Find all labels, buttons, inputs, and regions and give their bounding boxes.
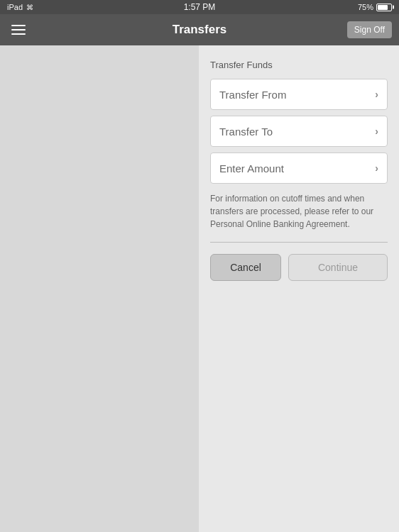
cancel-button[interactable]: Cancel [210, 254, 281, 281]
transfer-from-row[interactable]: Transfer From › [210, 79, 388, 110]
status-left: iPad ⌘ [7, 3, 33, 11]
chevron-right-icon: › [375, 89, 378, 100]
right-panel: Transfer Funds Transfer From › Transfer … [199, 45, 399, 532]
buttons-row: Cancel Continue [210, 254, 388, 281]
wifi-icon: ⌘ [26, 4, 33, 11]
main-content: Transfer Funds Transfer From › Transfer … [0, 45, 399, 532]
status-right: 75% [358, 3, 392, 11]
enter-amount-row[interactable]: Enter Amount › [210, 153, 388, 184]
sidebar-area [0, 45, 199, 532]
sign-off-button[interactable]: Sign Off [347, 21, 392, 38]
info-text: For information on cutoff times and when… [210, 192, 388, 231]
hamburger-icon [11, 29, 26, 31]
battery-percent: 75% [358, 3, 373, 11]
section-title: Transfer Funds [210, 60, 388, 70]
device-label: iPad [7, 3, 23, 11]
status-bar: iPad ⌘ 1:57 PM 75% [0, 0, 399, 14]
hamburger-icon [11, 25, 26, 26]
battery-icon [376, 4, 392, 11]
chevron-right-icon: › [375, 162, 378, 174]
transfer-from-label: Transfer From [219, 89, 286, 101]
nav-bar: Transfers Sign Off [0, 14, 399, 45]
transfer-to-label: Transfer To [219, 126, 273, 138]
continue-button[interactable]: Continue [288, 254, 388, 281]
status-time: 1:57 PM [184, 2, 216, 12]
divider [210, 242, 388, 243]
transfer-to-row[interactable]: Transfer To › [210, 116, 388, 147]
menu-button[interactable] [9, 22, 28, 38]
hamburger-icon [11, 33, 26, 35]
enter-amount-label: Enter Amount [219, 162, 284, 174]
page-title: Transfers [173, 23, 227, 37]
chevron-right-icon: › [375, 126, 378, 137]
